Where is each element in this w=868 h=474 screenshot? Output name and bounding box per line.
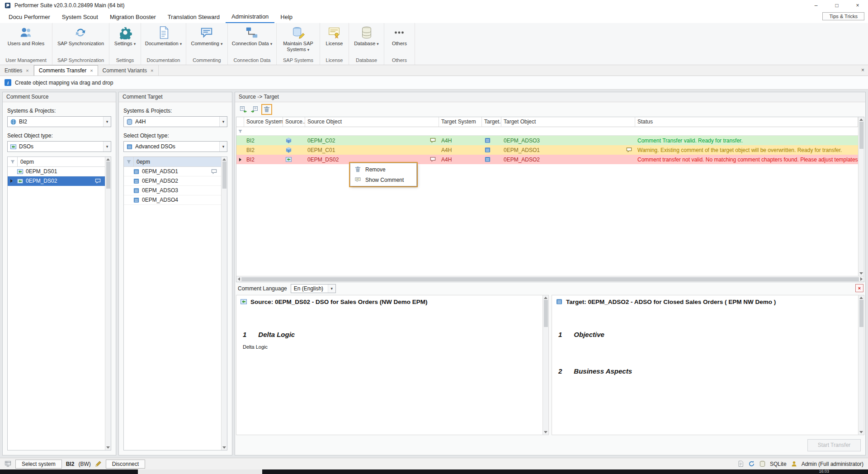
menu-item-help[interactable]: Help	[274, 11, 298, 23]
close-button[interactable]: ×	[847, 0, 868, 11]
dropdown-chevron-icon[interactable]: ▾	[103, 142, 111, 152]
windows-taskbar[interactable]: 16:03	[0, 469, 868, 474]
source-system-dropdown[interactable]: BI2 ▾	[7, 116, 111, 127]
column-status[interactable]: Status	[635, 117, 858, 127]
export-mapping-button[interactable]	[239, 105, 248, 114]
close-comment-preview-button[interactable]: ×	[855, 284, 863, 292]
target-system-dropdown[interactable]: A4H ▾	[123, 116, 227, 127]
dropdown-chevron-icon[interactable]: ▾	[219, 117, 227, 127]
sap-synchronization-button[interactable]: SAP Synchronization	[56, 25, 105, 47]
document-heading: 1 Objective	[558, 329, 856, 340]
ribbon-group-commenting: Commenting ▾ Commenting	[186, 23, 228, 65]
dropdown-chevron-icon[interactable]: ▾	[103, 117, 111, 127]
vertical-scrollbar[interactable]	[542, 295, 548, 435]
tab-close-icon[interactable]: ×	[90, 68, 93, 73]
refresh-icon[interactable]	[748, 460, 755, 467]
menu-item-translation-steward[interactable]: Translation Steward	[162, 11, 226, 23]
ribbon-group-label: Others	[384, 57, 415, 65]
users-icon	[19, 26, 33, 39]
app-logo-icon	[5, 2, 11, 9]
tab-comments-transfer[interactable]: Comments Transfer×	[34, 65, 98, 76]
tab-entities[interactable]: Entities×	[0, 65, 34, 76]
horizontal-scrollbar[interactable]	[236, 276, 864, 282]
menu-item-migration-booster[interactable]: Migration Booster	[104, 11, 162, 23]
context-menu-item-show-comment[interactable]: Show Comment	[351, 175, 415, 185]
source-document-title: Source: 0EPM_DS02 - DSO for Sales Orders…	[250, 299, 428, 305]
tabbar-close-icon[interactable]: ×	[861, 67, 864, 73]
column-source-system[interactable]: Source System	[244, 117, 283, 127]
mapping-row-valid[interactable]: BI2 0EPM_C02 A4H 0EPM_ADSO3 Comment Tran…	[236, 136, 858, 145]
column-target-system[interactable]: Target System	[439, 117, 482, 127]
target-object-type-dropdown[interactable]: Advanced DSOs ▾	[123, 141, 227, 152]
source-filter-value: 0epm	[18, 159, 34, 165]
comment-preview-section: Comment Language En (English) ▾ × Source…	[235, 282, 865, 435]
source-system-value: BI2	[19, 118, 101, 125]
context-menu-item-label: Show Comment	[365, 177, 404, 183]
ribbon-group-label: Documentation	[141, 57, 186, 65]
remove-mapping-button[interactable]	[261, 104, 272, 115]
taskbar-app-segment[interactable]	[138, 469, 262, 474]
mapping-row-warning[interactable]: BI2 0EPM_C01 A4H 0EPM_ADSO1 Warning. Exi…	[236, 145, 858, 155]
menu-item-administration[interactable]: Administration	[226, 11, 274, 23]
select-system-button[interactable]: Select system	[15, 460, 62, 469]
database-button[interactable]: Database ▾	[353, 25, 380, 47]
source-object-list: 0epm 0EPM_DS01 0EPM_DS02	[7, 156, 111, 450]
heading-number: 1	[558, 329, 562, 340]
start-transfer-button[interactable]: Start Transfer	[807, 439, 861, 451]
sync-icon	[74, 26, 87, 39]
import-mapping-button[interactable]	[250, 105, 259, 114]
list-item[interactable]: 0EPM_ADSO4	[124, 195, 221, 205]
vertical-scrollbar[interactable]	[105, 157, 111, 450]
menu-item-system-scout[interactable]: System Scout	[56, 11, 104, 23]
maintain-sap-systems-button[interactable]: Maintain SAP Systems ▾	[277, 25, 320, 53]
settings-button[interactable]: Settings ▾	[113, 25, 137, 47]
comment-language-dropdown[interactable]: En (English) ▾	[291, 284, 336, 293]
tab-close-icon[interactable]: ×	[26, 68, 28, 73]
mapping-row-invalid[interactable]: BI2 0EPM_DS02 A4H 0EPM_ADSO2 Comment tra…	[236, 155, 858, 164]
report-page-icon[interactable]	[737, 460, 744, 467]
menu-item-docu-performer[interactable]: Docu Performer	[3, 11, 56, 23]
source-object-type-dropdown[interactable]: DSOs ▾	[7, 141, 111, 152]
minimize-button[interactable]: –	[806, 0, 826, 11]
column-source-object[interactable]: Source Object	[305, 117, 439, 127]
comment-source-panel: Comment Source Systems & Projects: BI2 ▾…	[2, 92, 116, 455]
list-item-selected[interactable]: 0EPM_DS02	[8, 176, 105, 186]
dropdown-chevron-icon[interactable]: ▾	[328, 284, 335, 293]
column-target-type[interactable]: Target...	[482, 117, 501, 127]
vertical-scrollbar[interactable]	[221, 157, 227, 450]
commenting-button[interactable]: Commenting ▾	[190, 25, 224, 47]
vertical-scrollbar[interactable]	[858, 117, 864, 276]
pencil-icon	[95, 460, 102, 467]
license-button[interactable]: License	[325, 25, 344, 47]
context-menu-item-remove[interactable]: Remove	[351, 164, 415, 175]
disconnect-button[interactable]: Disconnect	[106, 460, 145, 469]
connection-data-button[interactable]: Connection Data ▾	[231, 25, 274, 47]
systems-projects-label: Systems & Projects:	[7, 108, 111, 114]
expander-icon[interactable]	[10, 179, 13, 183]
column-target-object[interactable]: Target Object	[501, 117, 635, 127]
tab-comment-variants[interactable]: Comment Variants×	[98, 65, 159, 76]
tab-close-icon[interactable]: ×	[151, 68, 153, 73]
source-filter-row[interactable]: 0epm	[8, 157, 105, 167]
tips-and-tricks-button[interactable]: Tips & Tricks	[822, 12, 864, 20]
panel-title: Comment Target	[119, 92, 232, 102]
maximize-button[interactable]: □	[826, 0, 847, 11]
ribbon-group-label: Database	[349, 57, 384, 65]
column-source-type[interactable]: Source...	[283, 117, 305, 127]
infocube-icon	[285, 137, 292, 144]
list-item[interactable]: 0EPM_ADSO3	[124, 186, 221, 195]
users-and-roles-button[interactable]: Users and Roles	[6, 25, 46, 47]
dso-icon	[17, 168, 24, 175]
ribbon-group-others: Others Others	[384, 23, 415, 65]
target-filter-row[interactable]: 0epm	[124, 157, 221, 167]
dropdown-chevron-icon[interactable]: ▾	[219, 142, 227, 152]
list-item[interactable]: 0EPM_ADSO1	[124, 167, 221, 176]
others-button[interactable]: Others	[391, 25, 408, 47]
list-item[interactable]: 0EPM_ADSO2	[124, 176, 221, 186]
adso-icon	[126, 143, 133, 150]
target-system-value: A4H	[135, 118, 217, 125]
list-item[interactable]: 0EPM_DS01	[8, 167, 105, 176]
vertical-scrollbar[interactable]	[858, 295, 864, 435]
mapping-filter-row[interactable]	[236, 127, 858, 136]
documentation-button[interactable]: Documentation ▾	[144, 25, 184, 47]
